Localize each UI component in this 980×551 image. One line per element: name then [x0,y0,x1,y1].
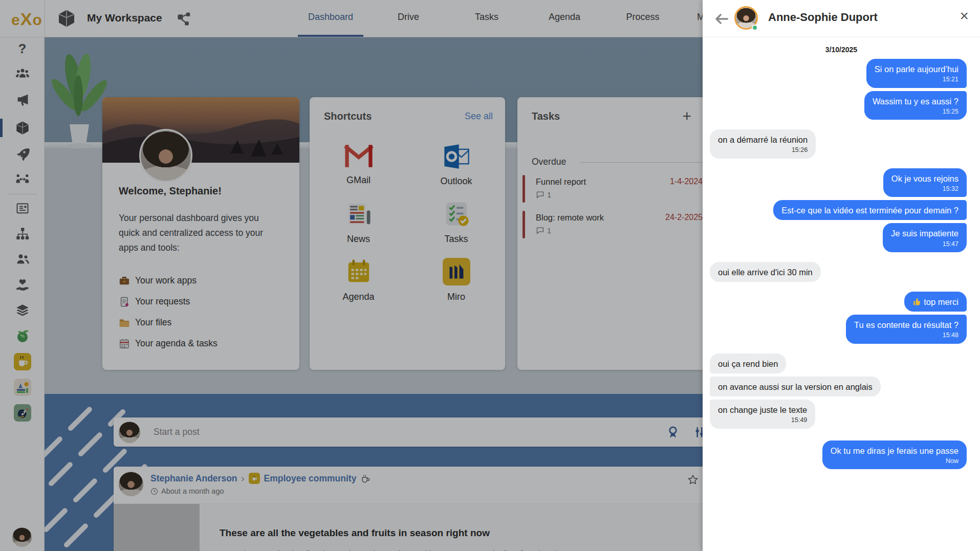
shortcut-gmail[interactable]: GMail [310,143,407,187]
sidebar-item-people[interactable] [0,250,45,269]
chat-bubble-incoming: on avance aussi sur la version en anglai… [710,377,881,396]
shortcut-outlook[interactable]: Outlook [407,143,505,187]
chat-bubble-outgoing: Est-ce que la vidéo est terminée pour de… [773,200,967,220]
shortcut-tasks[interactable]: Tasks [407,200,505,245]
filter-sliders-icon[interactable] [693,426,703,439]
welcome-title: Welcome, Stephanie! [119,185,222,197]
layers-icon [15,303,30,318]
tasks-card-title: Tasks [532,111,560,122]
task-overdue-bar [522,175,525,203]
preview-title[interactable]: These are all the vegetables and fruits … [220,527,490,539]
exo-logo[interactable]: eXo [11,9,42,29]
sidebar-item-onboarding[interactable] [0,170,45,189]
tab-drive[interactable]: Drive [398,12,419,23]
chat-bubble-outgoing: Ok je vous rejoins15:32 [883,168,967,197]
message-text: on a démarré la réunion [718,135,808,144]
miro-icon [443,258,470,285]
news-icon [345,200,373,228]
chat-panel: Anne-Sophie Duport × 3/10/2025 Si on par… [703,0,980,551]
start-post-input[interactable]: Start a post [154,427,200,437]
message-time: 15:48 [854,331,959,340]
shortcuts-title: Shortcuts [324,111,372,122]
shortcut-label: Agenda [342,292,374,302]
sitemap-icon [15,227,30,241]
sidebar-item-knowledge-space[interactable] [0,378,45,396]
task-comments: 1 [536,190,551,199]
sidebar-item-engagement[interactable] [0,276,45,294]
task-comment-count: 1 [547,227,551,235]
close-icon[interactable]: × [960,8,969,24]
message-time: 15:25 [873,107,959,117]
message-text: top merci [924,297,959,306]
shortcut-miro[interactable]: Miro [407,258,505,302]
chat-bubble-incoming: on a démarré la réunion15:26 [710,129,816,159]
sidebar-item-organization[interactable] [0,225,45,243]
star-icon[interactable] [687,474,699,486]
rocket-icon [15,147,30,161]
message-time: 15:21 [875,75,959,84]
newspaper-icon [15,201,30,215]
tab-dashboard[interactable]: Dashboard [308,12,353,23]
gmail-icon [344,143,374,169]
back-arrow-icon[interactable] [714,11,729,27]
add-task-button[interactable]: + [682,107,691,125]
breadcrumb-chevron: › [242,473,245,484]
tab-more[interactable]: M [697,12,703,23]
chat-bubble-outgoing: top merci [904,292,967,312]
chat-date-separator: 3/10/2025 [703,46,980,54]
chat-bubble-outgoing: Ok tu me diras je ferais une passeNow [822,440,967,470]
shortcut-label: Outlook [440,176,472,187]
post-community-name[interactable]: Employee community [264,473,357,484]
post-time-ago: About a month ago [161,487,224,495]
task-title[interactable]: Funnel report [536,177,586,187]
left-sidebar: ? [0,37,45,551]
task-comment-count: 1 [547,191,551,199]
tasks-card: Tasks + Overdue Funnel report 1 1-4-2024… [517,97,703,370]
chat-bubble-incoming: oui elle arrive d'ici 30 min [710,262,821,282]
spaces-switcher-icon[interactable] [177,11,192,27]
sidebar-item-innovation-space[interactable] [0,404,45,422]
sidebar-item-getting-started[interactable] [0,145,45,163]
tab-agenda[interactable]: Agenda [549,12,580,23]
see-all-link[interactable]: See all [465,111,493,122]
tab-process[interactable]: Process [626,12,659,23]
award-icon[interactable] [666,426,680,439]
task-row[interactable]: Funnel report 1 1-4-2024 [522,174,703,205]
innovation-space-icon [14,404,31,422]
sidebar-item-help[interactable]: ? [0,39,45,58]
shortcuts-card: Shortcuts See all GMail Outlook News Tas [310,97,505,370]
post-composer[interactable]: Start a post [114,417,703,447]
chat-bubble-outgoing: Je suis impatiente15:47 [883,223,967,252]
sidebar-item-workspace[interactable] [0,119,45,137]
workspace-cube-icon [57,9,76,28]
sidebar-item-communities[interactable] [0,65,45,83]
shortcut-news[interactable]: News [310,200,407,245]
sidebar-user-avatar[interactable] [12,527,32,547]
chat-messages: 3/10/2025 Si on parle aujourd’hui15:21 W… [703,37,980,551]
welcome-item-work-apps: Your work apps [119,270,217,291]
sidebar-item-sustainability[interactable] [0,327,45,345]
tab-tasks[interactable]: Tasks [475,12,498,23]
welcome-card: Welcome, Stephanie! Your personal dashbo… [102,97,299,370]
cube-icon [15,121,30,135]
message-time: 15:26 [718,146,808,155]
sidebar-item-resources[interactable] [0,301,45,320]
workspace-title[interactable]: My Workspace [87,12,162,24]
shortcut-label: Tasks [444,234,468,245]
shortcut-agenda[interactable]: Agenda [310,258,407,302]
message-time: Now [831,457,959,466]
task-row[interactable]: Blog: remote work 1 24-2-2025 [522,210,703,240]
post-author-name[interactable]: Stephanie Anderson [150,473,237,484]
sidebar-item-announcements[interactable] [0,91,45,109]
task-title[interactable]: Blog: remote work [536,213,604,223]
communities-icon [15,67,30,81]
message-text: Ok tu me diras je ferais une passe [831,446,959,455]
post-author-avatar[interactable] [119,472,143,496]
sidebar-item-news[interactable] [0,199,45,217]
welcome-list: Your work apps Your requests Your files … [119,270,217,354]
link-preview[interactable]: These are all the vegetables and fruits … [114,503,703,551]
chat-bubble-outgoing: Wassim tu y es aussi ?15:25 [864,91,967,120]
welcome-body: Your personal dashboard gives you quick … [119,211,281,255]
sidebar-item-coffee-space[interactable] [0,352,45,371]
coffee-space-icon [14,353,31,370]
